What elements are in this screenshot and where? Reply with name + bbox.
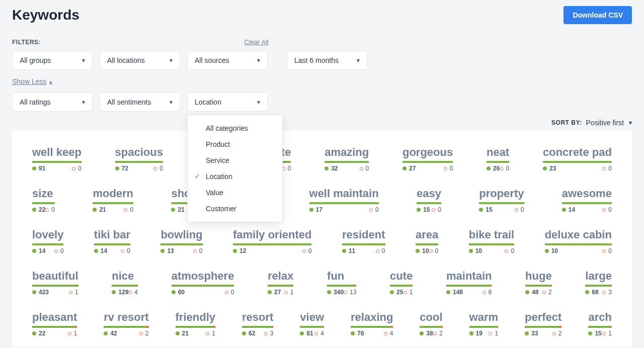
keyword-item[interactable]: size220 (32, 187, 55, 213)
keyword-negative-count: 1 (284, 289, 294, 296)
keyword-bar (585, 285, 612, 287)
filter-select[interactable]: All groups▾ (12, 51, 93, 70)
keyword-item[interactable]: warm191 (469, 311, 498, 337)
keyword-item[interactable]: family oriented120 (233, 228, 311, 254)
negative-dot-icon (602, 291, 606, 294)
keyword-item[interactable]: bowling130 (160, 228, 202, 254)
keyword-negative-count: 1 (69, 289, 78, 296)
filters-label: FILTERS: (12, 39, 41, 46)
keyword-negative-count: 1 (206, 330, 215, 337)
keyword-item[interactable]: resort623 (242, 311, 273, 337)
keyword-word: relax (268, 270, 293, 283)
keyword-item[interactable]: well keep910 (32, 146, 82, 172)
filter-select-label: All locations (107, 56, 145, 64)
keyword-item[interactable]: rv resort422 (104, 311, 148, 337)
download-csv-button[interactable]: Download CSV (564, 6, 632, 24)
keyword-item[interactable]: huge482 (525, 270, 552, 296)
keyword-item[interactable]: friendly211 (176, 311, 215, 337)
keyword-negative-count: 1 (68, 330, 77, 337)
keyword-bar (420, 326, 442, 328)
keyword-item[interactable]: gorgeous270 (403, 146, 453, 172)
dropdown-item[interactable]: Location (188, 168, 282, 185)
keyword-item[interactable]: pleasant221 (32, 311, 77, 337)
keyword-item[interactable]: property150 (479, 187, 524, 213)
keyword-bar (32, 202, 55, 204)
keyword-item[interactable]: nice1294 (112, 270, 138, 296)
keyword-item[interactable]: large683 (585, 270, 612, 296)
keyword-bar (300, 326, 324, 328)
keyword-negative-count: 0 (444, 165, 453, 172)
positive-dot-icon (417, 208, 421, 212)
dropdown-item[interactable]: Product (188, 136, 282, 152)
keyword-item[interactable]: fun34013 (327, 270, 356, 296)
chevron-down-icon: ▾ (82, 99, 85, 106)
dropdown-item[interactable]: All categories (188, 120, 282, 136)
keyword-bar (390, 285, 413, 287)
keyword-item[interactable]: neat260 (487, 146, 509, 172)
keyword-negative-count: 0 (515, 206, 524, 213)
filter-select[interactable]: Last 6 months▾ (287, 51, 367, 70)
keyword-item[interactable]: amazing320 (325, 146, 369, 172)
clear-all-link[interactable]: Clear All (245, 38, 269, 46)
keyword-positive-count: 22 (32, 206, 45, 213)
negative-dot-icon (264, 332, 268, 335)
keyword-item[interactable]: beautiful4231 (32, 270, 78, 296)
keyword-word: size (32, 187, 55, 200)
keyword-item[interactable]: tiki bar140 (94, 228, 130, 254)
keyword-item[interactable]: resident110 (342, 228, 385, 254)
positive-dot-icon (487, 166, 491, 170)
keyword-negative-count: 2 (433, 330, 443, 337)
keyword-item[interactable]: relax271 (268, 270, 293, 296)
dropdown-item[interactable]: Value (188, 185, 282, 201)
keyword-item[interactable]: concrete pad230 (543, 146, 612, 172)
keyword-positive-count: 21 (93, 206, 106, 213)
positive-dot-icon (32, 249, 36, 253)
keyword-word: arch (588, 311, 611, 324)
keyword-item[interactable]: maintain1486 (446, 270, 492, 296)
chevron-down-icon: ▾ (629, 119, 632, 126)
keyword-item[interactable]: awesome140 (562, 187, 612, 213)
keyword-item[interactable]: spacious720 (115, 146, 163, 172)
filter-select[interactable]: All sentiments▾ (100, 93, 180, 112)
keyword-item[interactable]: easy150 (417, 187, 441, 213)
filter-select[interactable]: All ratings▾ (12, 93, 93, 112)
keyword-word: bike trail (469, 228, 514, 241)
keyword-negative-count: 0 (153, 165, 163, 172)
keyword-item[interactable]: atmosphere600 (172, 270, 234, 296)
chevron-down-icon: ▾ (170, 99, 173, 106)
filter-select[interactable]: All locations▾ (100, 51, 180, 70)
keyword-positive-count: 76 (351, 330, 364, 337)
keyword-word: tiki bar (94, 228, 130, 241)
keyword-item[interactable]: perfect332 (525, 311, 561, 337)
show-less-toggle[interactable]: Show Less ▴ (12, 77, 52, 85)
category-filter-select[interactable]: Location▾ (187, 93, 268, 112)
keyword-item[interactable]: modern210 (93, 187, 133, 213)
keyword-item[interactable]: relaxing764 (351, 311, 393, 337)
dropdown-item[interactable]: Service (188, 152, 282, 168)
keyword-negative-count: 0 (500, 165, 510, 172)
keyword-negative-count: 0 (124, 206, 133, 213)
keyword-bar (469, 243, 514, 245)
keyword-word: warm (469, 311, 498, 324)
chevron-down-icon: ▾ (170, 57, 173, 64)
keyword-positive-count: 15 (479, 206, 492, 213)
filter-select[interactable]: All sources▾ (187, 51, 268, 70)
keyword-item[interactable]: cool382 (420, 311, 442, 337)
keyword-item[interactable]: well maintain170 (309, 187, 379, 213)
keyword-item[interactable]: arch151 (588, 311, 611, 337)
keyword-positive-count: 11 (342, 247, 355, 254)
keyword-negative-count: 0 (45, 206, 55, 213)
keyword-positive-count: 62 (242, 330, 255, 337)
keyword-item[interactable]: view814 (300, 311, 324, 337)
keyword-negative-count: 0 (54, 247, 64, 254)
positive-dot-icon (309, 208, 313, 212)
keyword-item[interactable]: bike trail100 (469, 228, 514, 254)
keyword-item[interactable]: deluxe cabin100 (545, 228, 612, 254)
keyword-item[interactable]: area100 (416, 228, 438, 254)
keyword-item[interactable]: lovely140 (32, 228, 63, 254)
keyword-word: amazing (325, 146, 369, 159)
keyword-positive-count: 14 (562, 206, 575, 213)
dropdown-item[interactable]: Customer (188, 201, 282, 217)
keyword-item[interactable]: cute251 (390, 270, 413, 296)
sort-by-select[interactable]: Positive first ▾ (586, 119, 632, 127)
